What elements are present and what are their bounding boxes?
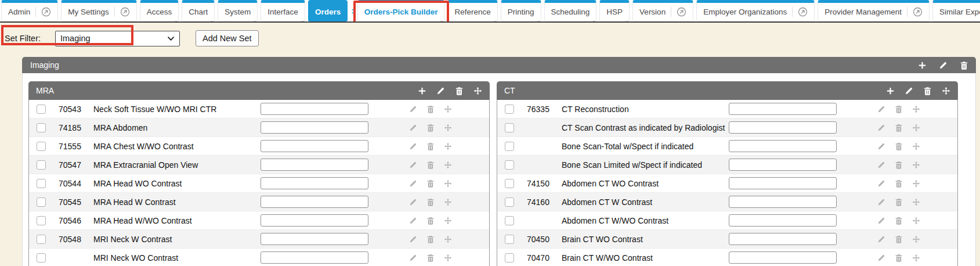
delete-icon[interactable]: [895, 235, 903, 243]
edit-icon[interactable]: [409, 254, 417, 262]
delete-icon[interactable]: [895, 161, 903, 169]
plus-icon[interactable]: [918, 61, 927, 70]
order-note-input[interactable]: [261, 233, 368, 245]
move-icon[interactable]: [912, 235, 920, 243]
edit-icon[interactable]: [877, 124, 885, 132]
edit-icon[interactable]: [409, 124, 417, 132]
move-icon[interactable]: [912, 124, 920, 132]
move-icon[interactable]: [444, 217, 452, 225]
delete-icon[interactable]: [923, 87, 932, 95]
move-icon[interactable]: [942, 87, 950, 95]
delete-icon[interactable]: [426, 142, 435, 150]
order-note-input[interactable]: [261, 196, 368, 208]
move-icon[interactable]: [444, 179, 452, 188]
delete-icon[interactable]: [426, 198, 435, 206]
edit-icon[interactable]: [409, 217, 417, 225]
row-checkbox[interactable]: [505, 105, 514, 114]
tab-hsp[interactable]: HSP: [599, 0, 630, 21]
edit-icon[interactable]: [409, 198, 417, 206]
move-icon[interactable]: [912, 105, 920, 113]
edit-icon[interactable]: [877, 198, 885, 206]
order-note-input[interactable]: [729, 251, 837, 264]
order-note-input[interactable]: [261, 121, 368, 134]
move-icon[interactable]: [912, 198, 920, 206]
order-note-input[interactable]: [729, 159, 837, 171]
edit-icon[interactable]: [939, 61, 948, 70]
tab-employer-organizations[interactable]: Employer Organizations: [696, 0, 815, 21]
order-note-input[interactable]: [261, 103, 368, 115]
external-link-icon[interactable]: [671, 7, 686, 17]
set-filter-select[interactable]: Imaging: [55, 31, 180, 46]
move-icon[interactable]: [912, 217, 920, 225]
tab-admin[interactable]: Admin: [1, 0, 58, 21]
move-icon[interactable]: [444, 235, 452, 243]
row-checkbox[interactable]: [37, 142, 46, 151]
order-note-input[interactable]: [729, 233, 837, 245]
delete-icon[interactable]: [426, 217, 435, 225]
row-checkbox[interactable]: [505, 253, 514, 263]
order-note-input[interactable]: [261, 251, 368, 264]
row-checkbox[interactable]: [505, 179, 514, 188]
external-link-icon[interactable]: [35, 7, 51, 17]
edit-icon[interactable]: [877, 179, 885, 188]
order-note-input[interactable]: [729, 140, 837, 152]
move-icon[interactable]: [912, 161, 920, 169]
row-checkbox[interactable]: [505, 235, 514, 244]
row-checkbox[interactable]: [37, 160, 46, 170]
move-icon[interactable]: [444, 142, 452, 150]
delete-icon[interactable]: [426, 161, 435, 169]
tab-scheduling[interactable]: Scheduling: [544, 0, 597, 21]
tab-chart[interactable]: Chart: [182, 0, 215, 21]
row-checkbox[interactable]: [505, 123, 514, 132]
tab-system[interactable]: System: [218, 0, 258, 21]
move-icon[interactable]: [473, 87, 482, 95]
external-link-icon[interactable]: [114, 7, 130, 17]
delete-icon[interactable]: [895, 254, 903, 262]
tab-interface[interactable]: Interface: [261, 0, 305, 21]
row-checkbox[interactable]: [505, 197, 514, 207]
row-checkbox[interactable]: [37, 179, 46, 188]
move-icon[interactable]: [444, 254, 452, 262]
order-note-input[interactable]: [729, 121, 837, 134]
move-icon[interactable]: [912, 142, 920, 150]
tab-printing[interactable]: Printing: [501, 0, 541, 21]
row-checkbox[interactable]: [37, 197, 46, 207]
tab-my-settings[interactable]: My Settings: [61, 0, 137, 21]
edit-icon[interactable]: [409, 105, 417, 113]
edit-icon[interactable]: [877, 254, 885, 262]
order-note-input[interactable]: [729, 177, 837, 189]
delete-icon[interactable]: [895, 124, 903, 132]
delete-icon[interactable]: [895, 142, 903, 150]
edit-icon[interactable]: [409, 142, 417, 150]
delete-icon[interactable]: [455, 87, 464, 95]
delete-icon[interactable]: [895, 198, 903, 206]
add-new-set-button[interactable]: Add New Set: [196, 30, 259, 46]
order-note-input[interactable]: [729, 214, 837, 227]
row-checkbox[interactable]: [505, 216, 514, 225]
tab-provider-management[interactable]: Provider Management: [818, 0, 930, 21]
tab-reference[interactable]: Reference: [447, 0, 497, 21]
tab-orders[interactable]: Orders: [308, 0, 348, 21]
tab-orders-pick-builder[interactable]: Orders-Pick Builder: [357, 0, 445, 21]
move-icon[interactable]: [444, 198, 452, 206]
edit-icon[interactable]: [409, 179, 417, 188]
move-icon[interactable]: [912, 179, 920, 188]
tab-version[interactable]: Version: [632, 0, 693, 21]
move-icon[interactable]: [912, 254, 920, 262]
edit-icon[interactable]: [877, 142, 885, 150]
delete-icon[interactable]: [895, 217, 903, 225]
delete-icon[interactable]: [426, 124, 435, 132]
edit-icon[interactable]: [877, 217, 885, 225]
move-icon[interactable]: [444, 161, 452, 169]
delete-icon[interactable]: [426, 254, 435, 262]
order-note-input[interactable]: [261, 159, 368, 171]
external-link-icon[interactable]: [907, 7, 923, 17]
order-note-input[interactable]: [261, 177, 368, 189]
edit-icon[interactable]: [877, 161, 885, 169]
edit-icon[interactable]: [877, 105, 885, 113]
delete-icon[interactable]: [426, 235, 435, 243]
edit-icon[interactable]: [409, 161, 417, 169]
edit-icon[interactable]: [877, 235, 885, 243]
row-checkbox[interactable]: [37, 253, 46, 263]
delete-icon[interactable]: [895, 179, 903, 188]
